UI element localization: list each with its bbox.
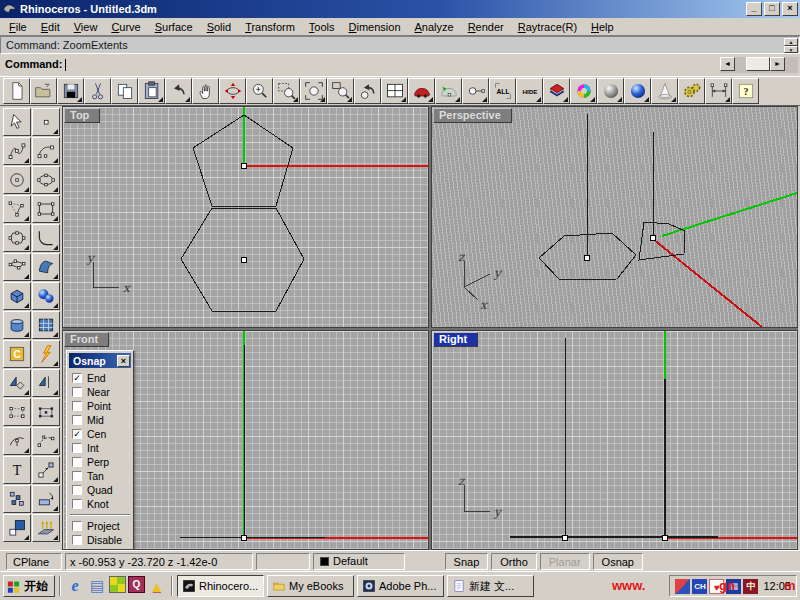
viewport-canvas-top[interactable]: yx <box>63 107 428 327</box>
arc-button[interactable] <box>32 137 60 165</box>
osnap-option-tan[interactable]: Tan <box>67 469 133 483</box>
zoom-extents-all-button[interactable] <box>327 78 354 104</box>
rotate-view-button[interactable] <box>219 78 246 104</box>
menu-help[interactable]: Help <box>584 20 621 34</box>
command-input[interactable]: Command: ◄ ► <box>0 54 800 76</box>
ime-toolbar-icon[interactable]: 中 <box>743 579 758 594</box>
layer-selector[interactable]: Default <box>313 553 405 570</box>
osnap-option-project[interactable]: Project <box>67 519 133 533</box>
polygon-button[interactable] <box>3 224 31 252</box>
status-toggle-snap[interactable]: Snap <box>445 553 489 570</box>
group-objects-button[interactable] <box>3 485 31 513</box>
open-file-button[interactable] <box>30 78 57 104</box>
menu-solid[interactable]: Solid <box>200 20 238 34</box>
cplane-selector[interactable]: CPlane <box>6 553 62 570</box>
trim-button[interactable] <box>3 369 31 397</box>
osnap-option-point[interactable]: Point <box>67 399 133 413</box>
text-object-button[interactable]: T <box>3 456 31 484</box>
menu-render[interactable]: Render <box>461 20 511 34</box>
zoom-window-button[interactable] <box>273 78 300 104</box>
input-method-indicator-icon[interactable] <box>675 579 690 594</box>
status-toggle-planar[interactable]: Planar <box>540 553 590 570</box>
status-toggle-ortho[interactable]: Ortho <box>491 553 537 570</box>
arc-through-points-button[interactable] <box>32 427 60 455</box>
osnap-option-perp[interactable]: Perp <box>67 455 133 469</box>
checkbox-disable[interactable] <box>72 535 82 545</box>
scroll-up-icon[interactable]: ▲ <box>784 38 798 46</box>
osnap-option-end[interactable]: ✓End <box>67 371 133 385</box>
explode-button[interactable] <box>32 340 60 368</box>
undo-view-change-button[interactable] <box>354 78 381 104</box>
zoom-extents-button[interactable] <box>300 78 327 104</box>
checkbox-point[interactable] <box>72 401 82 411</box>
viewport-canvas-right[interactable]: zy <box>432 331 797 549</box>
scrollbar-thumb[interactable] <box>746 57 770 71</box>
viewport-perspective[interactable]: zyxPerspective <box>431 106 798 328</box>
scroll-right-icon[interactable]: ► <box>770 57 785 71</box>
viewport-label-front[interactable]: Front <box>64 332 109 347</box>
viewport-canvas-perspective[interactable]: zyx <box>432 107 797 327</box>
internet-explorer-icon[interactable]: e <box>65 576 85 596</box>
osnap-option-int[interactable]: Int <box>67 441 133 455</box>
save-file-button[interactable] <box>57 78 84 104</box>
split-button[interactable] <box>32 369 60 397</box>
points-off-button[interactable] <box>32 398 60 426</box>
cage-edit-button[interactable]: C <box>3 340 31 368</box>
menu-analyze[interactable]: Analyze <box>408 20 461 34</box>
set-cplane-button[interactable] <box>462 78 489 104</box>
ellipse-button[interactable] <box>32 166 60 194</box>
minimize-button[interactable]: _ <box>746 2 762 16</box>
image-viewer-icon[interactable]: Q <box>128 576 145 593</box>
measure-distance-button[interactable] <box>705 78 732 104</box>
osnap-close-icon[interactable]: × <box>117 355 130 367</box>
language-indicator-ch-icon[interactable]: CH <box>692 579 707 594</box>
paste-button[interactable] <box>138 78 165 104</box>
osnap-option-knot[interactable]: Knot <box>67 497 133 511</box>
menu-transform[interactable]: Transform <box>238 20 302 34</box>
viewport-front[interactable]: Osnap × ✓EndNearPointMid✓CenIntPerpTanQu… <box>62 330 429 550</box>
extrude-button[interactable] <box>32 514 60 542</box>
osnap-option-disable[interactable]: Disable <box>67 533 133 547</box>
osnap-option-cen[interactable]: ✓Cen <box>67 427 133 441</box>
select-all-button[interactable]: ALL <box>489 78 516 104</box>
render-button[interactable] <box>624 78 651 104</box>
scroll-down-icon[interactable]: ▼ <box>784 46 798 54</box>
maximize-button[interactable]: □ <box>764 2 780 16</box>
menu-curve[interactable]: Curve <box>104 20 147 34</box>
mail-document-icon[interactable]: ▤ <box>87 576 107 596</box>
media-app-icon[interactable]: ▲ <box>147 576 167 596</box>
viewport-top[interactable]: yxTop <box>62 106 429 328</box>
start-button[interactable]: 开始 <box>3 575 55 597</box>
pan-view-button[interactable] <box>192 78 219 104</box>
checkbox-knot[interactable] <box>72 499 82 509</box>
surface-from-points-button[interactable] <box>3 253 31 281</box>
checkbox-tan[interactable] <box>72 471 82 481</box>
menu-file[interactable]: File <box>2 20 34 34</box>
scroll-left-icon[interactable]: ◄ <box>720 57 735 71</box>
cut-button[interactable] <box>84 78 111 104</box>
viewport-right[interactable]: zyRight <box>431 330 798 550</box>
hide-objects-button[interactable] <box>408 78 435 104</box>
circle-button[interactable] <box>3 166 31 194</box>
zoom-dynamic-button[interactable] <box>246 78 273 104</box>
osnap-option-near[interactable]: Near <box>67 385 133 399</box>
menu-tools[interactable]: Tools <box>302 20 342 34</box>
scale-button[interactable] <box>3 514 31 542</box>
surface-revolve-button[interactable] <box>3 311 31 339</box>
checkbox-perp[interactable] <box>72 457 82 467</box>
single-point-button[interactable] <box>32 108 60 136</box>
task-rhino[interactable]: Rhinocero... <box>177 575 264 597</box>
object-properties-button[interactable] <box>570 78 597 104</box>
rectangle-button[interactable] <box>32 195 60 223</box>
task-folder[interactable]: My eBooks <box>267 575 354 597</box>
menu-dimension[interactable]: Dimension <box>342 20 408 34</box>
checkbox-int[interactable] <box>72 443 82 453</box>
menu-raytracer[interactable]: Raytrace(R) <box>511 20 584 34</box>
shade-viewport-button[interactable] <box>597 78 624 104</box>
show-desktop-icon[interactable] <box>109 576 126 593</box>
options-button[interactable] <box>678 78 705 104</box>
viewport-label-top[interactable]: Top <box>64 108 100 123</box>
viewport-label-right[interactable]: Right <box>433 332 478 347</box>
help-button[interactable]: ? <box>732 78 759 104</box>
task-photoshop[interactable]: Adobe Ph... <box>357 575 444 597</box>
